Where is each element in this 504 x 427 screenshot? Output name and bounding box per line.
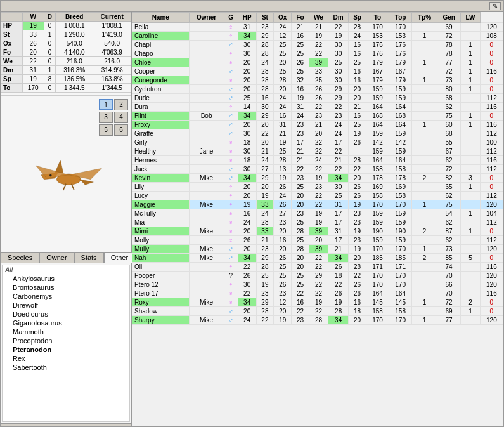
table-row[interactable]: KevinMike♂3429192319342017817828230	[132, 174, 503, 183]
table-row[interactable]: SharpyMike♂24221923283420170170177120	[132, 316, 503, 325]
tabs-row: Species Owner Stats Other	[1, 252, 131, 263]
species-item[interactable]: All	[3, 265, 129, 274]
creature-stat-we: 26	[309, 94, 328, 103]
creature-stat-ox: 25	[274, 147, 292, 156]
creature-gender: ♀	[224, 138, 238, 147]
creature-tpct: 65	[437, 183, 460, 192]
table-row[interactable]: Ptero 12♀3019262522222617017066120	[132, 280, 503, 289]
table-row[interactable]: MullyMike♂20232028392119170170173120	[132, 245, 503, 254]
table-row[interactable]: Jack♂3027132222222215815872112	[132, 165, 503, 174]
table-row[interactable]: MimiMike♀2033202839311919019028710	[132, 227, 503, 236]
table-row[interactable]: Froxy♂202031232124251641641601116	[132, 121, 503, 129]
creature-stat-hp: 20	[238, 67, 256, 76]
table-row[interactable]: Pooper?2625252529182217017070120	[132, 272, 503, 280]
table-row[interactable]: Giraffe♂3022212320241915915968112	[132, 129, 503, 138]
level-btn-5[interactable]: 5	[99, 124, 113, 136]
creature-stat-sp: 26	[349, 192, 366, 200]
table-header-hp[interactable]: HP	[238, 13, 256, 23]
table-row[interactable]: Bella♀3123242121222817017069120	[132, 23, 503, 32]
creature-stat-ox: 25	[274, 67, 292, 76]
table-row[interactable]: HealthyJane♀30212521222215915967112	[132, 147, 503, 156]
creature-tpct: 72	[437, 165, 460, 174]
table-row[interactable]: Mia♀2428232519172315915962112	[132, 218, 503, 227]
tab-owner[interactable]: Owner	[39, 252, 74, 263]
species-item[interactable]: Direwolf	[3, 301, 129, 310]
creature-stat-st: 19	[256, 192, 274, 200]
table-row[interactable]: Cooper♂20282525233016167167721116	[132, 67, 503, 76]
creature-owner: Mike	[189, 227, 224, 236]
table-header-we[interactable]: We	[309, 13, 328, 23]
tab-other[interactable]: Other	[104, 252, 136, 263]
species-item[interactable]: Sabertooth	[3, 363, 129, 372]
creature-tpct: 69	[437, 23, 460, 32]
table-row[interactable]: Molly♀2621162520172315915962112	[132, 236, 503, 245]
species-item[interactable]: Mammoth	[3, 327, 129, 336]
creature-gender: ♀	[224, 23, 238, 32]
table-header-sp[interactable]: Sp	[349, 13, 366, 23]
table-row[interactable]: NahMike♂3429262022342018518528550	[132, 254, 503, 263]
table-row[interactable]: Hermes♀1824282124212816416462116	[132, 156, 503, 165]
table-row[interactable]: Chapo♀302825252230161761767810	[132, 49, 503, 58]
creature-stat-st: 29	[256, 112, 274, 121]
table-row[interactable]: RoxyMike♀3429121619191614514517220	[132, 298, 503, 307]
table-header-to[interactable]: To	[366, 13, 389, 23]
creature-stat-to: 153	[366, 32, 389, 41]
creature-stat-we: 19	[309, 32, 328, 41]
level-btn-3[interactable]: 3	[99, 112, 113, 123]
creature-tpct: 55	[437, 138, 460, 147]
stat-label-ox: Ox	[1, 39, 23, 48]
table-header-name[interactable]: Name	[132, 13, 190, 23]
table-row[interactable]: Ptero 17♀2223232222262616416470116	[132, 289, 503, 298]
table-row[interactable]: McTully♀16242723191723159159541104	[132, 209, 503, 218]
creature-table-wrapper[interactable]: NameOwnerGHPStOxFoWeDmSpToTopTp%GenLW Be…	[132, 12, 503, 426]
species-item[interactable]: Ankylosaurus	[3, 274, 129, 283]
creature-stat-st: 28	[256, 41, 274, 49]
species-list[interactable]: AllAnkylosaurusBrontosaurusCarbonemysDir…	[2, 265, 130, 422]
species-item[interactable]: Carbonemys	[3, 292, 129, 301]
table-row[interactable]: Caroline♀34291216191924153153172108	[132, 32, 503, 41]
creature-name: Ptero 17	[132, 289, 190, 298]
table-header-owner[interactable]: Owner	[189, 13, 224, 23]
table-header-g[interactable]: G	[224, 13, 238, 23]
table-header-dm[interactable]: Dm	[328, 13, 349, 23]
table-row[interactable]: Lily♀202026252330261691696510	[132, 183, 503, 192]
stat-label-fo: Fo	[1, 48, 23, 57]
creature-gen	[461, 147, 481, 156]
table-header-ox[interactable]: Ox	[274, 13, 292, 23]
species-item[interactable]: Procoptodon	[3, 336, 129, 345]
table-row[interactable]: Chapi♂302825252230161761767810	[132, 41, 503, 49]
table-header-top[interactable]: Top	[389, 13, 412, 23]
species-item[interactable]: Rex	[3, 354, 129, 363]
table-row[interactable]: Shadow♂202820222228181581586910	[132, 307, 503, 316]
table-row[interactable]: Chloe♀2024202639252517917917710	[132, 58, 503, 67]
level-btn-4[interactable]: 4	[114, 112, 128, 123]
table-row[interactable]: Lucy♀2019242022252615815862112	[132, 192, 503, 200]
table-header-lw[interactable]: LW	[461, 13, 481, 23]
level-btn-6[interactable]: 6	[114, 124, 128, 136]
species-item[interactable]: Doedicurus	[3, 310, 129, 319]
table-row[interactable]: Dura♀1430243122222116416462116	[132, 103, 503, 112]
table-header-st[interactable]: St	[256, 13, 274, 23]
creature-stat-hp: 18	[238, 138, 256, 147]
table-row[interactable]: Dude♂2516241926292015915968112	[132, 94, 503, 103]
edit-button[interactable]: ✎	[489, 2, 501, 10]
table-row[interactable]: Cunegonde♀2028283225301617917917310	[132, 76, 503, 85]
species-item[interactable]: Brontosaurus	[3, 283, 129, 292]
creature-tpct: 73	[437, 76, 460, 85]
level-btn-2[interactable]: 2	[114, 99, 128, 110]
table-row[interactable]: Oli♀2228252022262817117174116	[132, 263, 503, 272]
species-item[interactable]: Giganotosaurus	[3, 319, 129, 327]
creature-gen	[461, 156, 481, 165]
tab-species[interactable]: Species	[1, 252, 39, 263]
table-header-gen[interactable]: Gen	[437, 13, 460, 23]
table-row[interactable]: MaggieMike♀19332620223119170170175120	[132, 200, 503, 209]
creature-owner	[189, 218, 224, 227]
tab-stats[interactable]: Stats	[74, 252, 104, 263]
table-row[interactable]: Girly♀1820191722172614214255100	[132, 138, 503, 147]
table-header-tppct[interactable]: Tp%	[412, 13, 437, 23]
level-btn-1[interactable]: 1	[99, 99, 113, 110]
species-item[interactable]: Pteranodon	[3, 345, 129, 354]
table-row[interactable]: FlintBob♂342916242323161681687510	[132, 112, 503, 121]
table-row[interactable]: Cyclotron♂202820162629201591598010	[132, 85, 503, 94]
table-header-fo[interactable]: Fo	[292, 13, 309, 23]
